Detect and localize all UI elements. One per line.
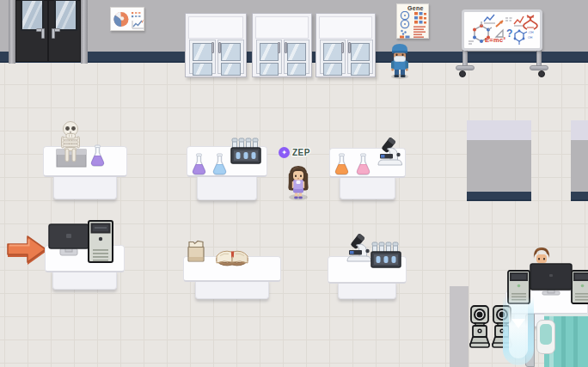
door-frame-left bbox=[9, 0, 15, 64]
caster-wheel-icon bbox=[459, 70, 466, 77]
dna-diagram-icon bbox=[397, 11, 430, 39]
skeleton-model[interactable] bbox=[50, 120, 89, 170]
orange-flask[interactable] bbox=[333, 153, 351, 175]
door-window-icon bbox=[21, 0, 44, 31]
cabinet-door-right bbox=[284, 40, 309, 74]
open-book[interactable] bbox=[213, 244, 251, 268]
side-wall-right bbox=[571, 140, 588, 192]
spawn-portal[interactable] bbox=[503, 297, 534, 365]
glass-cabinet[interactable] bbox=[185, 13, 247, 77]
whiteboard-formula: E=mc² bbox=[485, 36, 505, 44]
cabinet-door-right bbox=[347, 40, 373, 74]
player-nametag: ✦ ZEP bbox=[279, 147, 310, 158]
door-left[interactable] bbox=[15, 0, 48, 62]
pc-tower[interactable] bbox=[88, 220, 113, 263]
table-base bbox=[53, 175, 117, 199]
lab-room-scene: Gene bbox=[0, 0, 588, 367]
cabinet-handle-icon bbox=[348, 42, 351, 53]
side-wall-top-left bbox=[467, 120, 531, 140]
zep-badge-icon: ✦ bbox=[279, 147, 290, 158]
glass-pane bbox=[260, 43, 279, 61]
table-base bbox=[195, 280, 269, 299]
door-handle-icon bbox=[52, 28, 55, 39]
monitor-back[interactable] bbox=[48, 223, 89, 258]
purple-flask[interactable] bbox=[89, 144, 107, 167]
glass-pane bbox=[287, 43, 306, 61]
whiteboard-foot bbox=[530, 65, 548, 70]
cabinet-handle-icon bbox=[218, 42, 221, 53]
glass-pane bbox=[260, 63, 279, 76]
door-window-icon bbox=[54, 0, 77, 31]
surgeon-npc[interactable] bbox=[389, 43, 411, 77]
player-avatar[interactable] bbox=[285, 162, 312, 200]
svg-text:OH: OH bbox=[528, 36, 533, 40]
whiteboard-surface: ? -OH OH E=mc² bbox=[462, 9, 542, 51]
door-frame-right bbox=[81, 0, 88, 64]
side-baseboard-right bbox=[571, 192, 588, 201]
desk-base bbox=[52, 271, 117, 290]
chart-poster[interactable] bbox=[110, 7, 144, 31]
pc-tower[interactable] bbox=[571, 270, 588, 304]
direction-arrow-icon bbox=[5, 230, 48, 268]
glass-pane bbox=[323, 43, 342, 61]
door-handle-icon bbox=[41, 28, 45, 39]
glass-cabinet[interactable] bbox=[252, 13, 312, 77]
glass-pane bbox=[193, 43, 212, 61]
whiteboard-foot bbox=[456, 65, 475, 70]
paper-bag[interactable] bbox=[187, 239, 205, 263]
bottom-wall-strip bbox=[450, 286, 469, 367]
side-wall-left bbox=[467, 140, 531, 192]
portal-down-arrow-icon bbox=[511, 319, 525, 328]
table-base bbox=[197, 175, 257, 200]
glass-pane bbox=[221, 43, 241, 61]
purple-flask[interactable] bbox=[190, 153, 208, 175]
gene-poster-title: Gene bbox=[407, 5, 424, 11]
nametag-label: ZEP bbox=[292, 148, 310, 157]
glass-pane bbox=[323, 63, 342, 76]
cabinet-top-panel bbox=[255, 16, 309, 39]
cabinet-handle-icon bbox=[278, 42, 280, 53]
cabinet-top-panel bbox=[188, 16, 243, 39]
cabinet-handle-icon bbox=[211, 42, 214, 53]
door-right[interactable] bbox=[48, 0, 81, 62]
microscope[interactable] bbox=[375, 136, 406, 167]
cabinet-door-right bbox=[217, 40, 244, 74]
glass-pane bbox=[287, 63, 306, 76]
test-tube-rack[interactable] bbox=[230, 138, 262, 167]
whiteboard[interactable]: ? -OH OH E=mc² bbox=[454, 5, 550, 77]
pie-and-line-chart-icon bbox=[111, 8, 145, 32]
monitor-front[interactable] bbox=[530, 263, 573, 296]
test-tube-rack[interactable] bbox=[370, 242, 402, 271]
table-base bbox=[338, 282, 396, 299]
table-base bbox=[340, 176, 395, 199]
glass-cabinet[interactable] bbox=[315, 13, 376, 77]
svg-text:?: ? bbox=[506, 28, 512, 40]
cabinet-handle-icon bbox=[341, 42, 344, 53]
cabinet-top-panel bbox=[319, 16, 372, 39]
side-wall-top-right bbox=[571, 120, 588, 140]
caster-wheel-icon bbox=[538, 70, 545, 77]
entrance-double-door[interactable] bbox=[9, 0, 88, 64]
svg-text:-OH: -OH bbox=[528, 31, 534, 34]
blue-flask[interactable] bbox=[211, 153, 229, 175]
glass-pane bbox=[221, 63, 241, 76]
hospital-bed[interactable] bbox=[525, 314, 588, 367]
speaker[interactable] bbox=[469, 305, 491, 348]
cabinet-handle-icon bbox=[285, 42, 287, 53]
portal-glow bbox=[509, 300, 528, 358]
side-baseboard-left bbox=[467, 192, 531, 201]
glass-pane bbox=[193, 63, 212, 76]
glass-pane bbox=[351, 43, 370, 61]
pink-flask[interactable] bbox=[354, 153, 372, 175]
glass-pane bbox=[351, 63, 370, 76]
gene-poster[interactable]: Gene bbox=[396, 3, 429, 39]
bed-pillow bbox=[536, 320, 555, 354]
